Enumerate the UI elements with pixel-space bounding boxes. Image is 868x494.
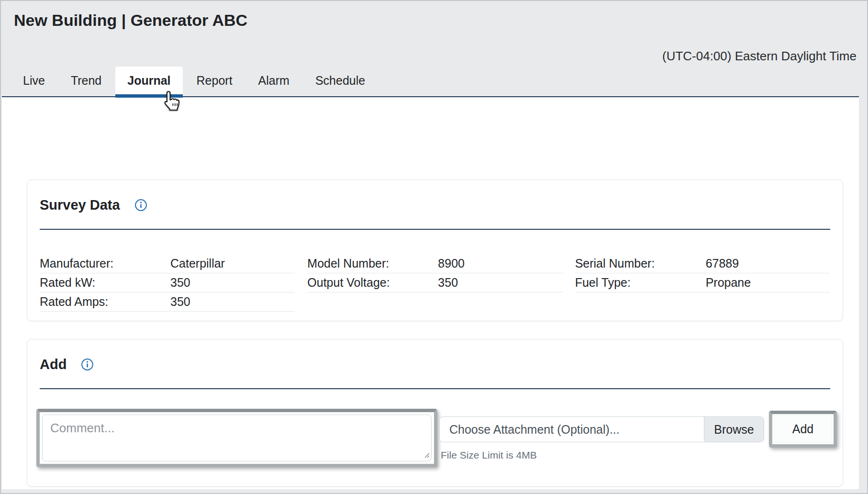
field-label: Serial Number: [575, 257, 706, 270]
add-button-highlight-frame: Add [769, 411, 837, 448]
field-value: Propane [706, 276, 830, 290]
field-row: Serial Number: 67889 [575, 254, 830, 273]
comment-input[interactable] [42, 415, 432, 461]
tab-schedule[interactable]: Schedule [315, 67, 365, 96]
tab-content-panel: Survey Data Manufacturer: Caterpillar [2, 96, 859, 489]
attachment-file-input[interactable]: Choose Attachment (Optional)... Browse [439, 416, 764, 442]
add-journal-entry-card: Add Choose Att [27, 339, 843, 487]
add-card-header: Add [27, 339, 843, 373]
field-label: Fuel Type: [575, 276, 706, 290]
field-value: 350 [438, 276, 562, 290]
tab-live[interactable]: Live [23, 67, 45, 96]
field-row: Rated kW: 350 [40, 273, 295, 292]
field-value: 67889 [706, 257, 830, 270]
survey-card-header: Survey Data [27, 180, 843, 213]
comment-highlight-frame [36, 409, 437, 467]
field-value: Caterpillar [170, 257, 295, 270]
field-label: Manufacturer: [40, 257, 170, 270]
info-icon[interactable] [81, 358, 94, 371]
survey-fields-grid: Manufacturer: Caterpillar Rated kW: 350 … [27, 230, 843, 312]
survey-column-2: Model Number: 8900 Output Voltage: 350 [307, 254, 562, 312]
tab-bar: Live Trend Journal Report Alarm Schedule [10, 67, 378, 96]
field-label: Model Number: [307, 257, 438, 270]
field-row: Manufacturer: Caterpillar [40, 254, 295, 273]
add-button[interactable]: Add [774, 415, 832, 443]
file-size-hint: File Size Limit is 4MB [441, 449, 537, 461]
section-divider [40, 388, 830, 389]
app-window: Survey Data Manufacturer: Caterpillar [0, 0, 868, 494]
tab-alarm[interactable]: Alarm [258, 67, 289, 96]
survey-column-1: Manufacturer: Caterpillar Rated kW: 350 … [40, 254, 295, 312]
tab-journal[interactable]: Journal [115, 67, 182, 96]
field-row: Output Voltage: 350 [307, 273, 562, 292]
info-icon[interactable] [134, 199, 147, 212]
browse-button[interactable]: Browse [704, 417, 764, 442]
tab-report[interactable]: Report [197, 67, 233, 96]
field-value: 8900 [438, 257, 562, 270]
field-row: Rated Amps: 350 [40, 292, 295, 312]
add-card-title: Add [40, 356, 67, 373]
survey-column-3: Serial Number: 67889 Fuel Type: Propane [575, 254, 830, 312]
survey-data-card: Survey Data Manufacturer: Caterpillar [27, 180, 843, 321]
field-row: Model Number: 8900 [307, 254, 562, 273]
field-label: Rated Amps: [40, 295, 170, 309]
attachment-placeholder-text: Choose Attachment (Optional)... [440, 417, 704, 442]
survey-card-title: Survey Data [40, 196, 120, 213]
timezone-label: (UTC-04:00) Eastern Daylight Time [662, 49, 857, 64]
field-value: 350 [170, 295, 295, 309]
tab-trend[interactable]: Trend [71, 67, 101, 96]
page-header: New Building | Generator ABC (UTC-04:00)… [1, 1, 867, 96]
field-row: Fuel Type: Propane [575, 273, 830, 292]
page-title: New Building | Generator ABC [14, 11, 247, 30]
field-label: Output Voltage: [307, 276, 438, 290]
field-value: 350 [170, 276, 295, 290]
field-label: Rated kW: [40, 276, 170, 290]
